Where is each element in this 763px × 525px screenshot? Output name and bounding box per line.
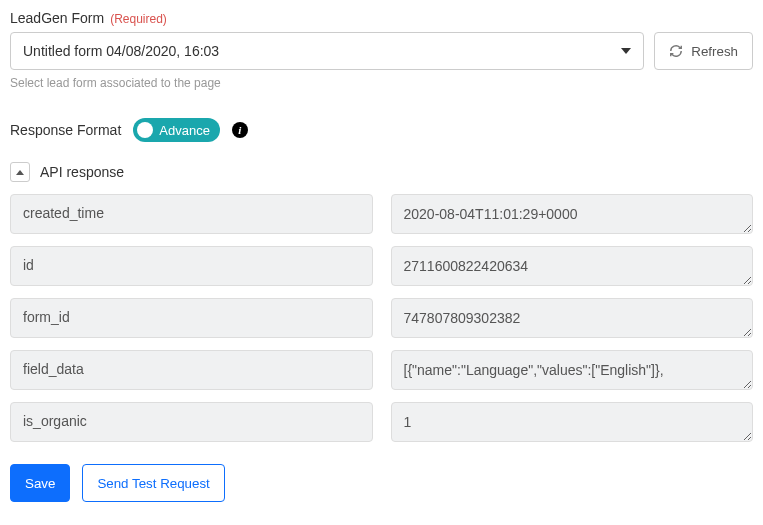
response-key[interactable]: created_time — [10, 194, 373, 234]
caret-down-icon — [621, 48, 631, 54]
response-value[interactable] — [391, 194, 754, 234]
response-value[interactable] — [391, 350, 754, 390]
refresh-icon — [669, 44, 683, 58]
response-value[interactable] — [391, 402, 754, 442]
response-format-label: Response Format — [10, 122, 121, 138]
table-row: field_data — [10, 350, 753, 390]
leadgen-label: LeadGen Form — [10, 10, 104, 26]
send-test-request-button[interactable]: Send Test Request — [82, 464, 224, 502]
refresh-button[interactable]: Refresh — [654, 32, 753, 70]
leadgen-form-select[interactable]: Untitled form 04/08/2020, 16:03 — [10, 32, 644, 70]
leadgen-selected-value: Untitled form 04/08/2020, 16:03 — [23, 43, 219, 59]
accordion-title: API response — [40, 164, 124, 180]
api-response-grid: created_time id form_id field_data is_or… — [10, 194, 753, 442]
chevron-up-icon — [16, 170, 24, 175]
accordion-toggle[interactable] — [10, 162, 30, 182]
response-key[interactable]: form_id — [10, 298, 373, 338]
response-value[interactable] — [391, 246, 754, 286]
table-row: id — [10, 246, 753, 286]
save-button[interactable]: Save — [10, 464, 70, 502]
info-icon[interactable]: i — [232, 122, 248, 138]
response-key[interactable]: is_organic — [10, 402, 373, 442]
response-key[interactable]: field_data — [10, 350, 373, 390]
toggle-label: Advance — [159, 123, 210, 138]
refresh-label: Refresh — [691, 44, 738, 59]
table-row: is_organic — [10, 402, 753, 442]
toggle-knob — [137, 122, 153, 138]
table-row: created_time — [10, 194, 753, 234]
table-row: form_id — [10, 298, 753, 338]
response-format-toggle[interactable]: Advance — [133, 118, 220, 142]
leadgen-help-text: Select lead form associated to the page — [10, 76, 753, 90]
response-key[interactable]: id — [10, 246, 373, 286]
leadgen-label-row: LeadGen Form (Required) — [10, 10, 753, 26]
required-tag: (Required) — [110, 12, 167, 26]
response-value[interactable] — [391, 298, 754, 338]
